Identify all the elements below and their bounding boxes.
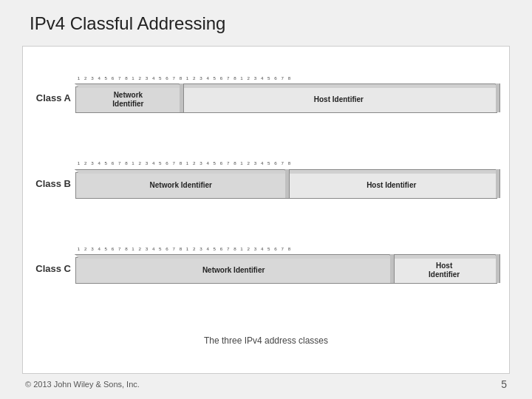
class-b-net-segment: Network Identifier [75, 172, 287, 199]
page-title: IPv4 Classful Addressing [22, 13, 510, 34]
class-b-host-label: Host Identifier [366, 181, 416, 190]
class-b-row: 1 2 3 4 5 6 7 8 1 2 3 4 5 6 7 8 1 2 3 4 [35, 160, 497, 200]
class-c-net-label: Network Identifier [202, 266, 265, 275]
class-a-bits: 1 2 3 4 5 6 7 8 1 2 3 4 5 6 7 8 1 2 3 4 [75, 75, 497, 81]
class-a-body: Class A NetworkIdentifier Host Identifie… [35, 81, 497, 115]
page-number: 5 [501, 378, 507, 390]
class-c-host-segment: HostIdentifier [392, 257, 497, 284]
class-b-label: Class B [35, 178, 75, 189]
class-c-net-segment: Network Identifier [75, 257, 392, 284]
copyright: © 2013 John Wiley & Sons, Inc. [25, 380, 140, 389]
class-c-bar: Network Identifier HostIdentifier [75, 257, 497, 284]
footer: © 2013 John Wiley & Sons, Inc. 5 [22, 378, 510, 390]
class-a-net-label: NetworkIdentifier [112, 91, 143, 109]
class-c-bits: 1 2 3 4 5 6 7 8 1 2 3 4 5 6 7 8 1 2 3 4 [75, 246, 497, 251]
page: IPv4 Classful Addressing 1 2 3 4 5 6 7 8… [0, 0, 532, 399]
class-c-label: Class C [35, 263, 75, 274]
class-a-host-segment: Host Identifier [181, 86, 497, 113]
class-b-host-segment: Host Identifier [287, 172, 498, 199]
class-b-bits: 1 2 3 4 5 6 7 8 1 2 3 4 5 6 7 8 1 2 3 4 [75, 160, 497, 166]
class-c-host-label: HostIdentifier [429, 262, 460, 279]
class-c-body: Class C Network Identifier HostIdentifie… [35, 252, 497, 286]
class-c-row: 1 2 3 4 5 6 7 8 1 2 3 4 5 6 7 8 1 2 3 4 [35, 246, 497, 286]
class-b-net-label: Network Identifier [150, 181, 212, 190]
class-a-label: Class A [35, 92, 75, 103]
diagram-caption: The three IPv4 address classes [35, 335, 497, 346]
class-a-host-label: Host Identifier [314, 95, 364, 104]
class-b-bar: Network Identifier Host Identifier [75, 172, 497, 199]
class-a-row: 1 2 3 4 5 6 7 8 1 2 3 4 5 6 7 8 1 2 3 4 [35, 75, 497, 115]
diagram-area: 1 2 3 4 5 6 7 8 1 2 3 4 5 6 7 8 1 2 3 4 [22, 46, 510, 374]
class-a-net-segment: NetworkIdentifier [75, 86, 181, 113]
class-b-body: Class B Network Identifier Host Identifi… [35, 166, 497, 200]
class-a-bar: NetworkIdentifier Host Identifier [75, 86, 497, 113]
